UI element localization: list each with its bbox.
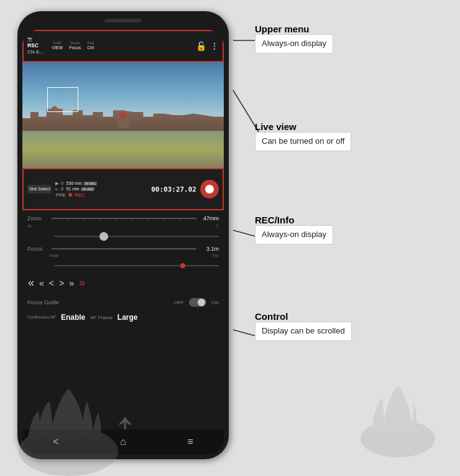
tele-label: T bbox=[216, 224, 219, 228]
zoom-thumb-row bbox=[22, 231, 224, 242]
af-frame-label: AF Frame bbox=[90, 315, 113, 320]
near-far-labels: Near Far bbox=[22, 253, 224, 260]
storage-info: ▶ ① 536 min XF-AVC ▶ ② 51 min XF-AVC PRE bbox=[55, 181, 151, 198]
focus-row: Focus 3.1m bbox=[22, 242, 224, 253]
double-left-btn[interactable]: « bbox=[26, 275, 36, 291]
scroll-hand-gesture bbox=[342, 345, 454, 457]
focus-track[interactable] bbox=[52, 248, 196, 250]
focus-guide-label: Focus Guide bbox=[27, 299, 59, 306]
focus-guide-row: Focus Guide OFF ON bbox=[22, 294, 224, 310]
tick bbox=[148, 218, 149, 221]
water bbox=[22, 131, 224, 169]
slot2-format: XF-AVC bbox=[81, 187, 94, 191]
control-subtitle: Display can be scrolled bbox=[262, 326, 345, 335]
camera-info: 📷 R5C CN-E... bbox=[27, 36, 44, 55]
live-view-annotation: Live view Can be turned on or off bbox=[255, 121, 351, 151]
slot-select-btn[interactable]: Slot Select bbox=[27, 185, 52, 193]
left-btn[interactable]: < bbox=[47, 277, 56, 289]
upper-menu-title: Upper menu bbox=[255, 24, 333, 34]
off-label: OFF bbox=[174, 300, 184, 306]
upper-menu-box: Always-on display bbox=[255, 34, 333, 54]
zoom-value: 47mm bbox=[199, 215, 219, 222]
focus-dot bbox=[121, 113, 126, 118]
tick bbox=[84, 218, 85, 221]
control-title: Control bbox=[255, 311, 352, 322]
focus-thumb[interactable] bbox=[180, 263, 185, 268]
rec-info-title: REC/Info bbox=[255, 215, 333, 225]
slot1-format: XF-AVC bbox=[83, 182, 97, 185]
camera-icon: 📷 bbox=[27, 36, 44, 42]
touch-focus-btn[interactable]: Touch Focus bbox=[69, 41, 81, 51]
zoom-tick-container bbox=[52, 218, 196, 221]
rec-label: REC bbox=[75, 192, 85, 198]
focus-long-track[interactable] bbox=[54, 265, 219, 266]
zoom-track bbox=[52, 218, 196, 219]
rec-info-box: Always-on display bbox=[255, 225, 333, 245]
menu-button[interactable]: ≡ bbox=[187, 436, 193, 447]
live-view-subtitle: Can be turned on or off bbox=[262, 136, 344, 146]
slot2-time: 51 min bbox=[66, 187, 79, 191]
slot1-icon: ▶ bbox=[55, 181, 58, 186]
rec-info-subtitle: Always-on display bbox=[262, 230, 326, 239]
focus-box bbox=[47, 87, 78, 112]
rec-info-bar[interactable]: Slot Select ▶ ① 536 min XF-AVC ▶ ② 51 mi… bbox=[22, 168, 224, 210]
left-left-btn[interactable]: « bbox=[37, 277, 46, 289]
slot1-row: ▶ ① 536 min XF-AVC bbox=[55, 181, 151, 186]
tick bbox=[132, 218, 132, 221]
tick bbox=[68, 218, 68, 221]
right-right-btn[interactable]: » bbox=[67, 277, 76, 289]
hand-gesture bbox=[0, 339, 137, 476]
more-options-icon[interactable]: ⋮ bbox=[210, 41, 219, 51]
near-label: Near bbox=[49, 253, 58, 258]
focus-label: Focus bbox=[27, 246, 49, 252]
lens-info: CN-E... bbox=[27, 49, 44, 55]
camera-model: R5C bbox=[27, 42, 44, 50]
wide-tele-labels: W T bbox=[22, 224, 224, 231]
tick bbox=[52, 218, 52, 221]
enable-button[interactable]: Enable bbox=[61, 313, 85, 322]
tick bbox=[99, 218, 100, 221]
upper-menu[interactable]: 📷 R5C CN-E... LIVE VIEW Touch Focus Full… bbox=[22, 30, 224, 62]
control-annotation: Control Display can be scrolled bbox=[255, 311, 352, 341]
zoom-row: Zoom bbox=[22, 210, 224, 224]
rec-dot bbox=[68, 193, 72, 197]
rec-info-annotation: REC/Info Always-on display bbox=[255, 215, 333, 245]
lock-icon[interactable]: 🔓 bbox=[196, 41, 206, 51]
zoom-slider[interactable] bbox=[52, 214, 196, 223]
control-box: Display can be scrolled bbox=[255, 322, 352, 341]
on-label: ON bbox=[211, 300, 219, 306]
focus-guide-toggle[interactable] bbox=[189, 298, 206, 307]
record-button-inner bbox=[205, 185, 214, 194]
live-view-title: Live view bbox=[255, 121, 351, 132]
tick bbox=[180, 218, 180, 221]
focus-dot-row bbox=[22, 260, 224, 271]
live-view-box: Can be turned on or off bbox=[255, 132, 351, 151]
af-frame-value: Large bbox=[117, 313, 138, 322]
page-container: 📷 R5C CN-E... LIVE VIEW Touch Focus Full… bbox=[0, 0, 460, 476]
touch-focus-label: Focus bbox=[69, 45, 81, 50]
slot1-time: 536 min bbox=[66, 181, 81, 185]
full-ctrl-btn[interactable]: Full Ctrl bbox=[87, 41, 94, 51]
right-btn[interactable]: > bbox=[57, 277, 66, 289]
timecode-display: 00:03:27.02 bbox=[151, 185, 196, 194]
pre-rec-row: PRE REC bbox=[55, 192, 151, 198]
live-view-btn[interactable]: LIVE VIEW bbox=[52, 41, 63, 51]
record-button[interactable] bbox=[200, 180, 219, 198]
zoom-long-track[interactable] bbox=[54, 236, 219, 237]
zoom-thumb[interactable] bbox=[99, 232, 108, 241]
full-ctrl-label: Ctrl bbox=[87, 45, 94, 50]
live-view-label: VIEW bbox=[52, 45, 63, 50]
toggle-knob bbox=[198, 299, 205, 306]
cityscape bbox=[22, 62, 224, 168]
tick bbox=[116, 218, 116, 221]
bottom-row: Continuous AF Enable AF Frame Large bbox=[22, 310, 224, 324]
phone-speaker bbox=[104, 19, 142, 22]
slot2-row: ▶ ② 51 min XF-AVC bbox=[55, 187, 151, 192]
pre-label: PRE bbox=[55, 192, 65, 198]
slot2-icon: ▶ bbox=[55, 187, 58, 192]
arrow-buttons[interactable]: « « < > » » bbox=[22, 271, 224, 294]
double-right-btn[interactable]: » bbox=[77, 275, 87, 291]
upper-menu-subtitle: Always-on display bbox=[262, 39, 326, 48]
tick bbox=[196, 218, 196, 221]
zoom-label: Zoom bbox=[27, 215, 49, 222]
